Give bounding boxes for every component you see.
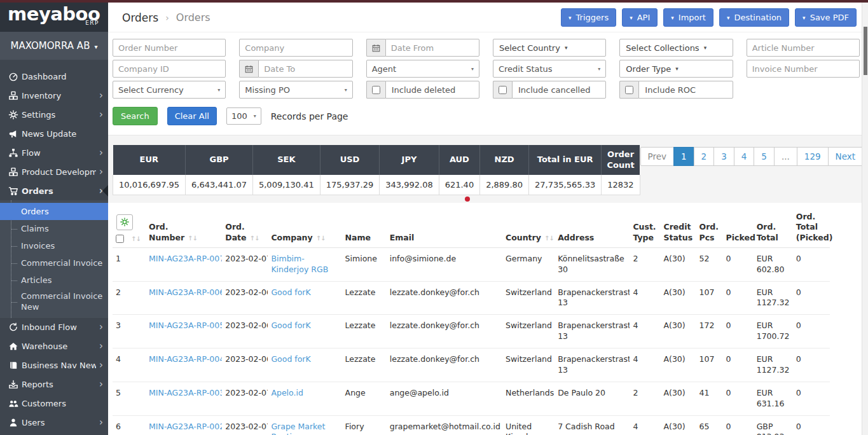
sidebar-subitem-label: Invoices [21, 241, 55, 251]
summary-col-sek: SEK [252, 145, 320, 175]
sort-icon: ↑↓ [188, 235, 197, 242]
account-selector[interactable]: MAXOMORRA AB ▾ [0, 32, 108, 60]
include-deleted-checkbox[interactable] [372, 86, 380, 94]
scrollbar-thumb[interactable] [864, 27, 867, 75]
records-per-page-select[interactable]: 100 ▾ [226, 107, 261, 125]
article-number-input[interactable] [747, 39, 860, 57]
date-to-input[interactable] [258, 60, 352, 78]
save-pdf-button[interactable]: ▾Save PDF [795, 8, 857, 27]
sidebar-item-label: Business Nav New [22, 361, 96, 370]
page-3[interactable]: 3 [713, 147, 734, 166]
include-roc-checkbox[interactable] [625, 86, 633, 94]
order-number-link[interactable]: MIN-AG23A-RP-007 [149, 254, 222, 263]
credit-status: A(30) [660, 281, 696, 315]
summary-value-total-in-eur: 27,735,565.33 [529, 175, 602, 195]
sidebar-item-inventory[interactable]: Inventory› [0, 86, 108, 105]
company-id-input[interactable] [113, 60, 226, 78]
select-all-checkbox[interactable] [116, 235, 124, 243]
include-cancelled-checkbox[interactable] [499, 86, 507, 94]
page-next[interactable]: Next [828, 147, 863, 166]
sidebar-item-settings[interactable]: Settings› [0, 105, 108, 124]
company-link[interactable]: Good forK [271, 354, 310, 364]
page-2[interactable]: 2 [694, 147, 715, 166]
page-129[interactable]: 129 [797, 147, 829, 166]
calendar-icon [239, 60, 258, 78]
column-header-ord-date[interactable]: Ord. Date↑↓ [222, 211, 268, 247]
column-label: Address [558, 233, 594, 242]
column-header-ord-number[interactable]: Ord. Number↑↓ [146, 211, 222, 247]
company-link[interactable]: Good forK [271, 321, 310, 330]
select-collections-dropdown[interactable]: Select Collections▾ [619, 39, 733, 57]
company-link[interactable]: Bimbim-Kinderjoy RGB [271, 254, 328, 274]
invoice-number-input[interactable] [747, 60, 860, 78]
scrollbar[interactable] [862, 3, 868, 435]
sidebar-item-flow[interactable]: Flow› [0, 143, 108, 162]
sidebar-item-product-development[interactable]: Product Development› [0, 162, 108, 181]
filter-row: Select Currency▾Missing PO▾Include delet… [113, 81, 860, 99]
ordered-pcs: 172 [696, 315, 723, 349]
picked: 0 [723, 247, 754, 281]
dropdown-label: Order Type [626, 64, 671, 74]
sidebar-item-reports[interactable]: Reports› [0, 375, 108, 394]
destination-button[interactable]: ▾Destination [719, 8, 789, 27]
row-index: 6 [113, 415, 146, 435]
settings-icon [8, 110, 18, 120]
sidebar-subitem-articles[interactable]: Articles [0, 272, 108, 289]
order-number-link[interactable]: MIN-AG23A-RP-005 [149, 321, 222, 330]
company-link[interactable]: Grape Market Boutique [271, 422, 325, 435]
summary-value-gbp: 6,643,441.07 [186, 175, 253, 195]
company-input[interactable] [239, 39, 352, 57]
sidebar-item-inbound-flow[interactable]: Inbound Flow› [0, 318, 108, 337]
sidebar-subitem-commercial-invoice[interactable]: Commercial Invoice [0, 254, 108, 272]
page-4[interactable]: 4 [734, 147, 755, 166]
order-number-link[interactable]: MIN-AG23A-RP-006 [149, 287, 222, 297]
import-button[interactable]: ▾Import [663, 8, 713, 27]
sidebar-item-business-nav-new[interactable]: Business Nav New› [0, 356, 108, 375]
missing-po-select[interactable]: Missing PO▾ [239, 81, 352, 99]
api-button[interactable]: ▾API [622, 8, 658, 27]
breadcrumb-section[interactable]: Orders [122, 11, 158, 24]
column-header-select[interactable]: ↑↓ [113, 211, 146, 247]
country: Switzerland [502, 349, 555, 382]
sidebar-item-orders[interactable]: Orders› [0, 181, 108, 200]
order-number-link[interactable]: MIN-AG23A-RP-004 [149, 354, 222, 364]
select-currency-select[interactable]: Select Currency▾ [113, 81, 226, 99]
page-5[interactable]: 5 [754, 147, 775, 166]
sidebar-subitem-orders[interactable]: Orders [0, 203, 108, 220]
order-type-dropdown[interactable]: Order Type▾ [619, 60, 733, 78]
summary-value-eur: 10,016,697.95 [113, 175, 186, 195]
sidebar-subitem-invoices[interactable]: Invoices [0, 237, 108, 254]
select-country-dropdown[interactable]: Select Country▾ [493, 39, 606, 57]
agent-select[interactable]: Agent▾ [366, 60, 479, 78]
sidebar-item-warehouse[interactable]: Warehouse› [0, 337, 108, 356]
sort-icon: ↑↓ [544, 235, 554, 242]
order-number-input[interactable] [113, 39, 226, 57]
company-link[interactable]: Good forK [271, 287, 310, 297]
search-button[interactable]: Search [113, 107, 158, 125]
sidebar-subitem-claims[interactable]: Claims [0, 220, 108, 237]
sidebar-subitem-commercial-invoice-new[interactable]: Commercial Invoice New [0, 289, 108, 315]
address: Brapenackerstrasta 13 [555, 349, 630, 382]
pagination: Prev12345...129Next [640, 147, 864, 166]
column-header-country[interactable]: Country↑↓ [502, 211, 555, 247]
clear-all-button[interactable]: Clear All [167, 107, 217, 125]
column-settings-button[interactable] [116, 214, 133, 230]
column-header-company[interactable]: Company↑↓ [268, 211, 341, 247]
credit-status: A(30) [660, 415, 696, 435]
triggers-button[interactable]: ▾Triggers [561, 8, 616, 27]
red-dot-marker [465, 197, 470, 202]
company-link[interactable]: Apelo.id [271, 388, 303, 397]
credit-status-select[interactable]: Credit Status▾ [493, 60, 606, 78]
sidebar-item-users[interactable]: Users› [0, 413, 108, 432]
date-from-input[interactable] [385, 39, 479, 57]
sidebar-item-customers[interactable]: Customers [0, 394, 108, 413]
order-number-link[interactable]: MIN-AG23A-RP-002 [149, 422, 222, 431]
filter-row: Select Country▾Select Collections▾ [113, 39, 860, 57]
sidebar-item-dashboard[interactable]: Dashboard [0, 67, 108, 86]
page-prev[interactable]: Prev [640, 147, 674, 166]
sidebar-item-news-update[interactable]: News Update [0, 124, 108, 143]
order-number-link[interactable]: MIN-AG23A-RP-003 [149, 388, 222, 397]
page-1[interactable]: 1 [673, 147, 694, 166]
chevron-down-icon: ▾ [598, 66, 600, 72]
checkbox-field: Include cancelled [512, 81, 606, 99]
